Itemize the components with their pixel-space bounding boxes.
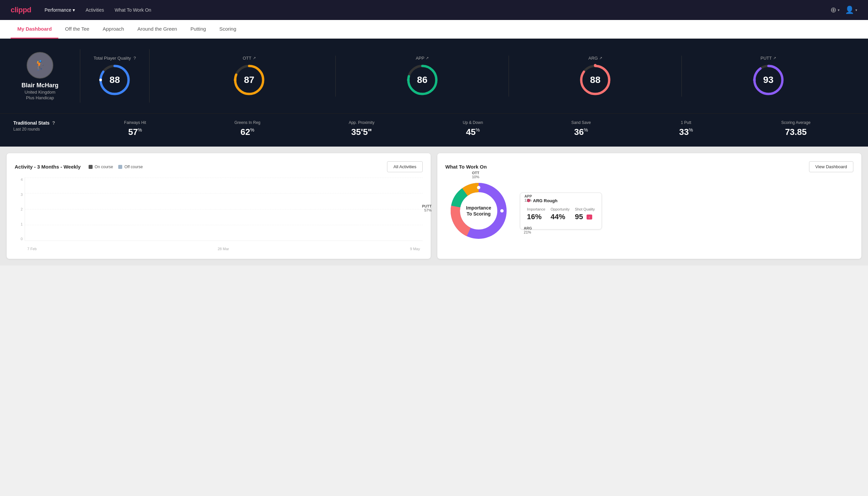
shot-quality-value: 95 ↓	[575, 213, 595, 221]
nav-activities[interactable]: Activities	[85, 7, 104, 13]
stats-help-icon[interactable]: ?	[52, 120, 55, 126]
vertical-divider-2	[149, 49, 149, 103]
stats-section: Traditional Stats ? Last 20 rounds Fairw…	[0, 113, 868, 146]
putt-segment-label: PUTT 57%	[422, 204, 432, 212]
app-metric: APP ↗ 86	[336, 56, 509, 97]
tab-scoring[interactable]: Scoring	[212, 20, 243, 38]
activity-title: Activity - 3 Months - Weekly	[15, 164, 81, 170]
help-icon[interactable]: ?	[133, 56, 136, 61]
app-segment-label: APP 12%	[524, 194, 532, 202]
bar-group	[252, 240, 279, 241]
bar-empty	[56, 240, 82, 241]
logo: clippd	[11, 6, 31, 14]
nav-what-to-work-on[interactable]: What To Work On	[114, 7, 151, 13]
stat-proximity-label: App. Proximity	[349, 120, 374, 125]
stat-app-proximity: App. Proximity 35'5"	[349, 120, 374, 137]
stat-scoring-label: Scoring Average	[782, 120, 811, 125]
user-menu-button[interactable]: 👤 ▾	[845, 6, 857, 14]
player-info: 🏌️ Blair McHarg United Kingdom Plus Hand…	[13, 52, 67, 100]
svg-point-11	[594, 64, 597, 67]
arg-trend-icon: ↗	[599, 56, 602, 60]
ott-circle: 87	[233, 63, 266, 97]
legend-off-course: Off course	[118, 165, 143, 169]
tab-my-dashboard[interactable]: My Dashboard	[11, 20, 58, 38]
chevron-down-icon: ▾	[73, 7, 75, 13]
hero-section: 🏌️ Blair McHarg United Kingdom Plus Hand…	[0, 38, 868, 113]
stat-oneputt-value: 33%	[679, 127, 693, 137]
x-labels: 7 Feb 28 Mar 9 May	[25, 246, 423, 251]
on-course-dot	[89, 165, 93, 169]
stat-fairways-hit-value: 57%	[124, 127, 146, 137]
vertical-divider	[80, 49, 80, 103]
stat-updown-value: 45%	[463, 127, 483, 137]
nav-right: ⊕ ▾ 👤 ▾	[830, 6, 857, 14]
wtwo-header: What To Work On View Dashboard	[445, 161, 853, 172]
ott-trend-icon: ↗	[253, 56, 256, 60]
donut-section: OTT 10% APP 12% ARG 21% PUTT 57%	[445, 177, 853, 244]
stat-proximity-value: 35'5"	[349, 127, 374, 137]
stat-scoring-value: 73.85	[782, 127, 811, 137]
tpq-score: 88	[110, 75, 120, 85]
all-activities-button[interactable]: All Activities	[387, 161, 423, 172]
importance-label: Importance	[527, 207, 545, 211]
opportunity-value: 44%	[551, 213, 570, 221]
nav-performance[interactable]: Performance ▾	[45, 7, 75, 13]
player-name: Blair McHarg	[21, 82, 58, 89]
hero-inner: 🏌️ Blair McHarg United Kingdom Plus Hand…	[13, 49, 855, 103]
player-handicap: Plus Handicap	[26, 95, 54, 100]
putt-score: 93	[763, 75, 773, 85]
add-button[interactable]: ⊕ ▾	[830, 6, 840, 14]
stat-greens-in-reg: Greens In Reg 62%	[235, 120, 261, 137]
stat-scoring-avg: Scoring Average 73.85	[782, 120, 811, 137]
avatar: 🏌️	[27, 52, 53, 79]
stat-sand-label: Sand Save	[571, 120, 591, 125]
stat-sand-save: Sand Save 36%	[571, 120, 591, 137]
app-score: 86	[417, 75, 427, 85]
putt-circle: 93	[752, 63, 785, 97]
y-label-4: 4	[21, 177, 23, 182]
x-label-may: 9 May	[410, 247, 420, 251]
y-label-0: 0	[21, 237, 23, 241]
info-importance: Importance 16%	[527, 207, 545, 221]
player-country: United Kingdom	[25, 90, 56, 95]
activity-panel: Activity - 3 Months - Weekly On course O…	[7, 153, 431, 259]
tab-approach[interactable]: Approach	[96, 20, 130, 38]
nav-links: Performance ▾ Activities What To Work On	[45, 7, 151, 13]
stat-updown-label: Up & Down	[463, 120, 483, 125]
info-metrics: Importance 16% Opportunity 44% Shot Qual…	[527, 207, 595, 221]
stat-gir-value: 62%	[235, 127, 261, 137]
info-card: ARG Rough Importance 16% Opportunity 44%…	[520, 192, 602, 230]
tabs-bar: My Dashboard Off the Tee Approach Around…	[0, 20, 868, 38]
putt-metric: PUTT ↗ 93	[682, 56, 855, 97]
tab-off-the-tee[interactable]: Off the Tee	[58, 20, 96, 38]
stat-fairways-hit: Fairways Hit 57%	[124, 120, 146, 137]
panels-row: Activity - 3 Months - Weekly On course O…	[0, 146, 868, 265]
what-to-work-on-panel: What To Work On View Dashboard OTT 10% A…	[437, 153, 861, 259]
stat-gir-label: Greens In Reg	[235, 120, 261, 125]
arg-circle: 88	[579, 63, 612, 97]
navbar-left: clippd Performance ▾ Activities What To …	[11, 6, 151, 14]
stats-label: Traditional Stats ?	[13, 120, 67, 126]
tpq-circle: 88	[98, 63, 131, 97]
y-label-1: 1	[21, 222, 23, 226]
tab-around-the-green[interactable]: Around the Green	[130, 20, 184, 38]
category-scores: OTT ↗ 87 APP ↗	[163, 56, 855, 97]
ott-metric: OTT ↗ 87	[163, 56, 336, 97]
view-dashboard-button[interactable]: View Dashboard	[809, 161, 853, 172]
tab-putting[interactable]: Putting	[184, 20, 213, 38]
navbar: clippd Performance ▾ Activities What To …	[0, 0, 868, 20]
stats-label-col: Traditional Stats ? Last 20 rounds	[13, 120, 67, 131]
bar-chart: 4 3 2 1 0 7 Feb 28 Mar 9 May	[15, 177, 423, 251]
stat-fairways-hit-label: Fairways Hit	[124, 120, 146, 125]
stat-up-down: Up & Down 45%	[463, 120, 483, 137]
bar-empty	[309, 240, 335, 241]
stats-sub: Last 20 rounds	[13, 127, 67, 131]
info-card-title: ARG Rough	[527, 198, 595, 203]
legend-on-course: On course	[89, 165, 113, 169]
stats-values-row: Fairways Hit 57% Greens In Reg 62% App. …	[80, 120, 855, 137]
ott-score: 87	[244, 75, 254, 85]
donut-container: OTT 10% APP 12% ARG 21% PUTT 57%	[445, 177, 512, 244]
activity-legend: On course Off course	[89, 165, 143, 169]
chart-grid-area	[25, 177, 423, 241]
bar-empty	[252, 240, 279, 241]
